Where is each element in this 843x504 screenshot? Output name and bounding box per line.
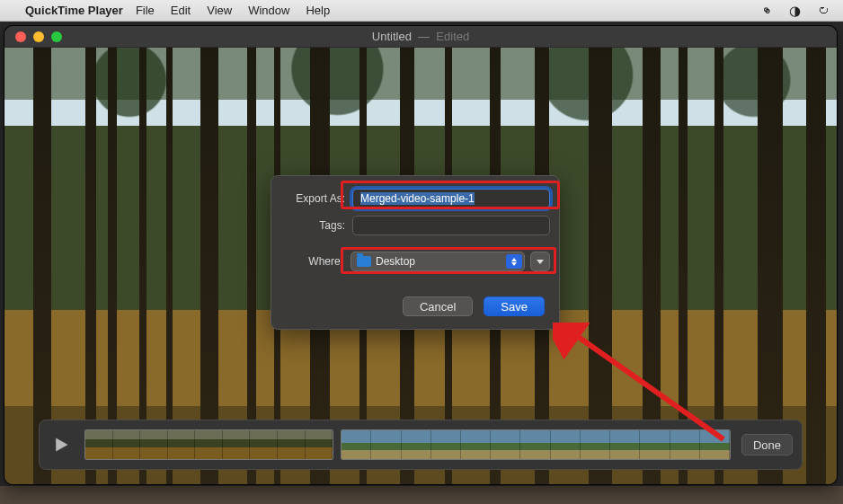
zoom-window-button[interactable] <box>51 31 62 42</box>
window-titlebar[interactable]: Untitled — Edited <box>4 26 837 48</box>
save-button[interactable]: Save <box>484 296 545 316</box>
menu-edit[interactable]: Edit <box>171 4 191 17</box>
minimize-window-button[interactable] <box>33 31 44 42</box>
cancel-button[interactable]: Cancel <box>403 296 473 316</box>
window-traffic-lights <box>15 31 62 42</box>
clip-1[interactable] <box>84 429 333 460</box>
tags-input[interactable] <box>352 216 550 235</box>
where-popup[interactable]: Desktop <box>351 252 525 271</box>
export-dialog: Export As: Tags: Where: Desktop <box>271 175 560 330</box>
menu-window[interactable]: Window <box>248 4 289 17</box>
menu-help[interactable]: Help <box>306 4 330 17</box>
folder-icon <box>357 256 371 267</box>
chevron-down-icon <box>537 260 544 264</box>
done-button[interactable]: Done <box>741 434 793 455</box>
quicktime-window: Untitled — Edited <box>4 25 838 485</box>
paperclip-icon[interactable]: ⚭ <box>758 1 777 21</box>
macos-menubar: QuickTime Player File Edit View Window H… <box>0 0 843 22</box>
expand-save-panel-button[interactable] <box>530 252 550 271</box>
export-as-label: Export As: <box>271 192 352 205</box>
edit-timeline: Done <box>39 420 803 470</box>
where-value: Desktop <box>376 255 415 268</box>
menubar-app-name[interactable]: QuickTime Player <box>25 4 123 17</box>
export-as-input[interactable] <box>352 189 550 208</box>
play-button[interactable] <box>49 432 74 457</box>
window-title: Untitled — Edited <box>4 30 837 43</box>
moon-icon[interactable]: ◑ <box>789 3 801 19</box>
swirl-icon[interactable]: ౿ <box>817 3 830 18</box>
clip-2[interactable] <box>341 429 731 460</box>
popup-stepper-icon <box>506 254 522 269</box>
tags-label: Tags: <box>271 219 352 232</box>
where-label: Where: <box>271 255 351 268</box>
timeline-clips[interactable] <box>84 429 731 460</box>
menu-file[interactable]: File <box>136 4 155 17</box>
menu-view[interactable]: View <box>207 4 232 17</box>
close-window-button[interactable] <box>15 31 26 42</box>
